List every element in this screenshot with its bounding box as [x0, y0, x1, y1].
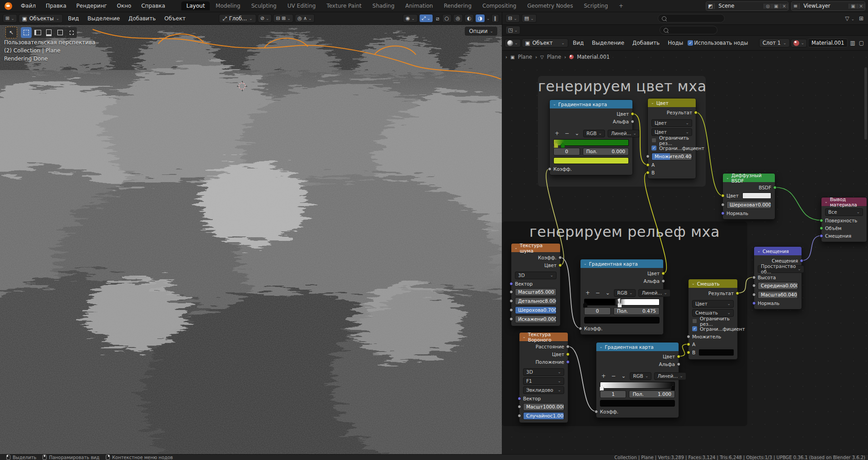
menu-object[interactable]: Объект	[160, 14, 189, 23]
tab-+[interactable]: +	[614, 1, 628, 10]
socket-i[interactable]	[752, 276, 756, 279]
menu-node[interactable]: Ноды	[664, 39, 687, 47]
socket-i[interactable]	[752, 301, 756, 305]
tab-modeling[interactable]: Modeling	[211, 1, 245, 10]
slider-Искажени[interactable]: Искажени0.000	[515, 315, 557, 323]
close-icon[interactable]: ×	[780, 4, 788, 9]
socket-i[interactable]	[820, 226, 823, 230]
socket-i[interactable]	[646, 171, 650, 174]
ramp-options-icon[interactable]: ⌄	[620, 373, 627, 379]
interpolation-dropdown[interactable]: Линей...⌄	[654, 372, 686, 380]
select-lasso-tool-button[interactable]	[43, 27, 54, 38]
color-mode-dropdown[interactable]: RGB⌄	[583, 130, 605, 137]
material-name-field[interactable]: Material.001	[808, 38, 848, 47]
copy-viewlayer-icon[interactable]: ▣	[849, 4, 857, 9]
color-swatch[interactable]	[553, 157, 629, 164]
socket-i[interactable]	[509, 290, 513, 294]
node-dropdown[interactable]: Пространство об...⌄	[758, 265, 804, 273]
tab-scripting[interactable]: Scripting	[579, 1, 613, 10]
browse-material-button[interactable]: ⌄	[791, 39, 807, 47]
viewport-3d[interactable]: ↖ Опции⌄ Пользовательская перспектива (2…	[0, 25, 502, 454]
checkbox[interactable]	[651, 138, 656, 143]
socket-i[interactable]	[752, 284, 756, 287]
socket-i[interactable]	[752, 293, 756, 296]
color-mode-dropdown[interactable]: RGB⌄	[630, 372, 651, 380]
socket-i[interactable]	[646, 155, 650, 158]
node-mix1[interactable]: ⌄ЦветРезультатЦвет⌄Цвет⌄Ограничить рез..…	[647, 98, 696, 179]
slider-Детальнос[interactable]: Детальнос8.000	[515, 297, 557, 305]
node-dropdown[interactable]: 3D⌄	[523, 368, 564, 376]
ramp-options-icon[interactable]: ⌄	[604, 290, 611, 296]
color-ramp[interactable]	[600, 382, 675, 389]
breadcrumb-material[interactable]: Material.001	[577, 54, 609, 60]
unlink-material-icon[interactable]: ▢	[858, 40, 865, 46]
socket-i[interactable]	[518, 414, 521, 418]
properties-editor-type-button[interactable]: ◳ ⌄	[505, 26, 520, 34]
shading-dropdown-icon[interactable]: ⌄	[486, 16, 490, 21]
slot-dropdown[interactable]: Слот 1⌄	[759, 38, 790, 47]
stop-position-field[interactable]: Пол.0.000	[583, 148, 629, 155]
shader-context-dropdown[interactable]: ▣Объект⌄	[522, 38, 568, 47]
node-noise[interactable]: ⌄Текстура шумаКоэфф.Цвет3D⌄ВекторМасштаб…	[511, 243, 561, 326]
slider-Шероховат[interactable]: Шероховат0.000	[726, 201, 771, 209]
close-icon[interactable]: ×	[857, 4, 865, 9]
socket-i[interactable]	[820, 234, 823, 238]
tab-layout[interactable]: Layout	[181, 1, 210, 10]
node-output[interactable]: ⌄Вывод материалаВсе⌄ПоверхностьОбъёмСмещ…	[821, 197, 867, 242]
shading-wireframe-button[interactable]: ○	[442, 14, 452, 23]
node-gk1[interactable]: ⌄Градиентная картаЦветАльфа+−⌄RGB⌄Линей.…	[549, 99, 633, 175]
menu-1[interactable]: Правка	[41, 1, 71, 10]
socket-i[interactable]	[518, 405, 521, 408]
show-gizmo-button[interactable]: ◉ ⌄	[403, 14, 417, 23]
shading-rendered-button[interactable]: ◑	[475, 14, 485, 23]
node-mixc[interactable]: ⌄СмешатьРезультатЦвет⌄Смешать⌄Ограничить…	[688, 279, 738, 360]
outliner-display-mode-button[interactable]: ▤ ⌄	[522, 14, 537, 23]
tab-sculpting[interactable]: Sculpting	[246, 1, 282, 10]
editor-type-button[interactable]: ⊞ ⌄	[3, 14, 17, 23]
add-stop-button[interactable]: +	[600, 373, 607, 379]
checkbox[interactable]	[692, 319, 697, 324]
overlays-toggle[interactable]: ⤢ ⌄	[419, 14, 433, 23]
mode-dropdown[interactable]: ▣Объекты⌄	[19, 14, 63, 23]
socket-o[interactable]	[800, 259, 803, 263]
node-canvas[interactable]: генерируем цвет мхагенерируем рельеф мха…	[502, 36, 868, 454]
pin-icon[interactable]: ◎	[764, 4, 772, 9]
outliner-editor-type-button[interactable]: ⊟ ⌄	[505, 14, 520, 23]
color-mode-dropdown[interactable]: RGB⌄	[614, 289, 636, 297]
select-circle-tool-button[interactable]	[32, 27, 43, 38]
color-swatch[interactable]	[699, 349, 734, 356]
new-collection-icon[interactable]: ⊞	[858, 15, 865, 22]
scrollbar[interactable]	[864, 67, 867, 140]
pause-render-button[interactable]: ‖	[491, 14, 500, 23]
socket-o[interactable]	[677, 362, 680, 366]
color-swatch[interactable]	[600, 400, 675, 407]
xray-toggle[interactable]: ⧄	[434, 15, 441, 22]
socket-i[interactable]	[721, 211, 725, 215]
menu-view[interactable]: Вид	[569, 39, 587, 47]
slider-Масштаб[interactable]: Масштаб5.000	[515, 288, 557, 296]
menu-add[interactable]: Добавить	[629, 39, 663, 47]
socket-o[interactable]	[566, 352, 570, 356]
socket-o[interactable]	[566, 360, 570, 364]
socket-i[interactable]	[687, 343, 690, 346]
menu-select[interactable]: Выделение	[588, 39, 627, 47]
node-dropdown[interactable]: Цвет⌄	[692, 300, 734, 308]
socket-i[interactable]	[509, 282, 513, 286]
add-stop-button[interactable]: +	[553, 130, 561, 136]
tab-geometry-nodes[interactable]: Geometry Nodes	[522, 1, 578, 10]
move-tool-button[interactable]	[55, 27, 66, 38]
socket-o[interactable]	[773, 186, 777, 189]
transform-orientation-dropdown[interactable]: ⤢Глоб...⌄	[219, 14, 256, 23]
slider-Случайнос[interactable]: Случайнос1.000	[523, 412, 564, 420]
socket-o[interactable]	[631, 112, 634, 116]
node-dropdown[interactable]: Эвклидово⌄	[523, 386, 564, 394]
menu-add[interactable]: Добавить	[125, 14, 159, 23]
socket-o[interactable]	[558, 263, 562, 267]
shading-solid-button[interactable]: ◎	[453, 14, 463, 23]
proportional-edit-button[interactable]: ◎ ∧ ⌄	[295, 14, 315, 23]
node-gk2[interactable]: ⌄Градиентная картаЦветАльфа+−⌄RGB⌄Линей.…	[580, 259, 664, 335]
socket-o[interactable]	[677, 355, 680, 358]
tab-uv-editing[interactable]: UV Editing	[283, 1, 321, 10]
socket-i[interactable]	[820, 219, 823, 222]
socket-o[interactable]	[631, 120, 634, 123]
